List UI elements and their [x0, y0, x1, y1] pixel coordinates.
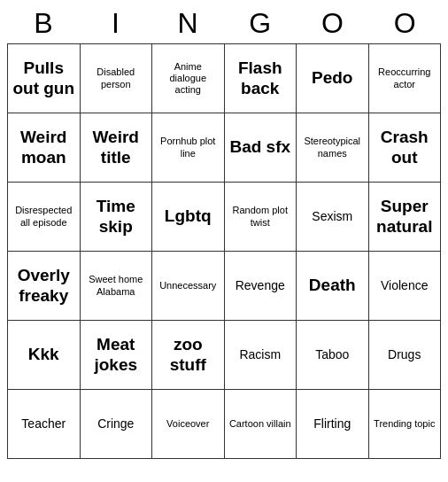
bingo-cell: Stereotypical names	[297, 113, 369, 183]
bingo-cell: Sweet home Alabama	[81, 252, 153, 321]
bingo-cell: Death	[297, 252, 369, 321]
cell-text: Weird moan	[12, 128, 76, 168]
bingo-cell: Disrespected all episode	[8, 183, 81, 252]
cell-text: Violence	[381, 278, 428, 293]
cell-text: Trending topic	[374, 418, 435, 430]
cell-text: Taboo	[315, 347, 349, 362]
bingo-cell: Random plot twist	[225, 183, 297, 252]
bingo-cell: Unnecessary	[152, 252, 225, 321]
cell-text: Reoccurring actor	[373, 66, 437, 89]
cell-text: Death	[309, 276, 356, 296]
cell-text: Flirting	[313, 416, 351, 431]
cell-text: Cartoon villain	[229, 418, 291, 430]
bingo-cell: Flirting	[297, 390, 369, 459]
bingo-cell: Racism	[225, 321, 297, 390]
bingo-cell: Disabled person	[81, 44, 153, 113]
cell-text: Random plot twist	[228, 205, 293, 228]
cell-text: Stereotypical names	[300, 136, 365, 159]
bingo-cell: Bad sfx	[225, 113, 297, 183]
bingo-cell: Time skip	[81, 183, 153, 252]
cell-text: Kkk	[28, 345, 59, 365]
bingo-cell: Sexism	[297, 183, 369, 252]
bingo-cell: Cringe	[81, 390, 153, 459]
bingo-cell: Overly freaky	[8, 252, 81, 321]
bingo-cell: Pulls out gun	[8, 44, 81, 113]
cell-text: Disabled person	[84, 66, 149, 89]
bingo-cell: Teacher	[8, 390, 81, 459]
bingo-cell: zoo stuff	[152, 321, 225, 390]
title-letter: O	[369, 7, 440, 40]
bingo-title: BINGOO	[7, 7, 441, 40]
title-letter: O	[297, 7, 367, 40]
cell-text: Teacher	[21, 416, 66, 431]
cell-text: Racism	[239, 347, 281, 362]
title-letter: G	[225, 7, 296, 40]
cell-text: Crash out	[373, 128, 437, 168]
bingo-cell: Reoccurring actor	[369, 44, 442, 113]
bingo-cell: Weird title	[81, 113, 153, 183]
bingo-cell: Voiceover	[152, 390, 225, 459]
cell-text: Unnecessary	[159, 280, 216, 292]
cell-text: Sexism	[312, 209, 352, 224]
title-letter: N	[152, 7, 223, 40]
cell-text: Flash back	[228, 58, 293, 99]
title-letter: I	[80, 7, 151, 40]
bingo-cell: Trending topic	[369, 390, 442, 459]
cell-text: Anime dialogue acting	[156, 61, 220, 97]
cell-text: Disrespected all episode	[12, 205, 76, 228]
cell-text: Pulls out gun	[12, 58, 76, 99]
bingo-cell: Violence	[369, 252, 442, 321]
bingo-cell: Crash out	[369, 113, 442, 183]
cell-text: Time skip	[84, 197, 149, 237]
bingo-cell: Anime dialogue acting	[152, 44, 225, 113]
cell-text: Cringe	[97, 416, 134, 431]
bingo-cell: Pedo	[297, 44, 369, 113]
cell-text: Voiceover	[166, 418, 209, 430]
bingo-cell: Meat jokes	[81, 321, 153, 390]
cell-text: Weird title	[84, 128, 149, 168]
cell-text: Drugs	[388, 347, 421, 362]
cell-text: Lgbtq	[165, 206, 212, 227]
bingo-cell: Lgbtq	[152, 183, 225, 252]
bingo-grid: Pulls out gunDisabled personAnime dialog…	[7, 43, 441, 459]
bingo-cell: Revenge	[225, 252, 297, 321]
bingo-cell: Weird moan	[8, 113, 81, 183]
bingo-cell: Drugs	[369, 321, 442, 390]
cell-text: Super natural	[373, 197, 437, 237]
bingo-cell: Kkk	[8, 321, 81, 390]
cell-text: Sweet home Alabama	[84, 274, 149, 297]
cell-text: zoo stuff	[156, 335, 220, 376]
title-letter: B	[8, 7, 79, 40]
bingo-cell: Pornhub plot line	[152, 113, 225, 183]
cell-text: Pedo	[312, 68, 352, 89]
bingo-cell: Flash back	[225, 44, 297, 113]
bingo-cell: Super natural	[369, 183, 442, 252]
cell-text: Overly freaky	[12, 266, 76, 307]
cell-text: Bad sfx	[229, 137, 290, 158]
cell-text: Meat jokes	[84, 335, 149, 376]
bingo-cell: Cartoon villain	[225, 390, 297, 459]
bingo-cell: Taboo	[297, 321, 369, 390]
cell-text: Revenge	[236, 278, 285, 293]
cell-text: Pornhub plot line	[156, 136, 220, 159]
